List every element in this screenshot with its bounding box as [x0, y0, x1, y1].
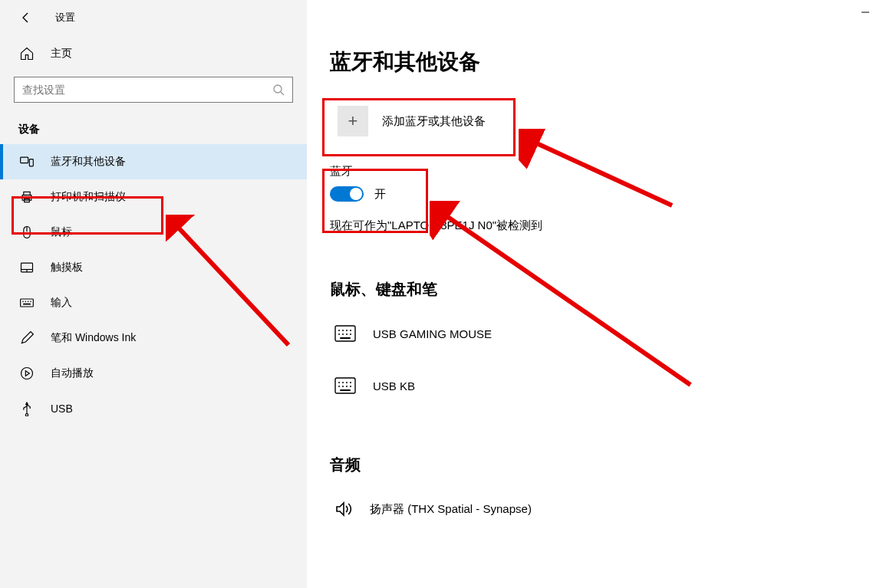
- group-heading-audio: 音频: [330, 455, 883, 475]
- svg-point-0: [274, 85, 282, 93]
- svg-point-33: [342, 382, 344, 383]
- search-input[interactable]: [22, 84, 272, 96]
- sidebar-item-label: 打印机和扫描仪: [51, 190, 126, 204]
- search-icon: [272, 84, 285, 96]
- sidebar-item-label: 鼠标: [51, 225, 72, 239]
- svg-rect-5: [24, 192, 30, 195]
- printer-icon: [18, 189, 35, 205]
- arrow-left-icon: [20, 11, 32, 24]
- svg-rect-4: [22, 195, 31, 201]
- speaker-icon: [334, 500, 353, 518]
- device-name: USB KB: [373, 379, 415, 393]
- svg-line-47: [530, 140, 672, 205]
- device-item[interactable]: 扬声器 (THX Spatial - Synapse): [330, 486, 883, 532]
- sidebar-item-label: 蓝牙和其他设备: [51, 155, 126, 169]
- mouse-icon: [18, 224, 35, 241]
- svg-point-39: [350, 386, 351, 387]
- back-button[interactable]: [18, 10, 34, 25]
- sidebar-item-usb[interactable]: USB: [0, 391, 307, 426]
- sidebar-item-label: 自动播放: [51, 366, 94, 380]
- svg-point-34: [346, 382, 348, 383]
- sidebar-item-bluetooth[interactable]: 蓝牙和其他设备: [0, 144, 307, 179]
- svg-marker-20: [25, 402, 28, 405]
- svg-point-36: [338, 386, 340, 387]
- pen-icon: [18, 330, 35, 347]
- svg-point-27: [342, 333, 344, 335]
- page-title: 蓝牙和其他设备: [330, 48, 883, 77]
- svg-point-25: [350, 330, 351, 331]
- sidebar-home[interactable]: 主页: [0, 35, 307, 72]
- svg-point-38: [346, 386, 348, 387]
- plus-icon: +: [338, 106, 368, 136]
- svg-line-43: [173, 222, 288, 345]
- sidebar-item-label: 输入: [51, 296, 72, 310]
- keyboard-icon: [334, 325, 356, 342]
- home-label: 主页: [51, 47, 72, 61]
- add-device-button[interactable]: + 添加蓝牙或其他设备: [330, 98, 502, 144]
- svg-point-24: [346, 330, 348, 331]
- sidebar-item-label: USB: [51, 402, 73, 415]
- window-minimize-button[interactable]: [848, 0, 883, 25]
- svg-point-29: [350, 333, 351, 335]
- svg-point-23: [342, 330, 344, 331]
- sidebar-section-label: 设备: [0, 103, 307, 144]
- svg-point-37: [342, 386, 344, 387]
- sidebar-item-label: 触摸板: [51, 261, 83, 274]
- app-title: 设置: [55, 11, 75, 25]
- window-controls: [848, 0, 883, 25]
- devices-icon: [18, 153, 35, 170]
- annotation-arrow: [430, 201, 706, 400]
- svg-point-22: [338, 330, 340, 331]
- usb-icon: [18, 400, 35, 417]
- sidebar-item-label: 笔和 Windows Ink: [51, 331, 136, 345]
- svg-line-1: [281, 92, 284, 95]
- svg-line-45: [441, 212, 690, 385]
- svg-marker-19: [25, 371, 29, 376]
- sidebar-item-printers[interactable]: 打印机和扫描仪: [0, 179, 307, 215]
- bluetooth-toggle-label: 开: [374, 187, 386, 202]
- touchpad-icon: [18, 259, 35, 276]
- svg-point-28: [346, 333, 348, 335]
- annotation-arrow: [519, 129, 687, 221]
- svg-point-26: [338, 333, 340, 335]
- keyboard-icon: [334, 377, 356, 394]
- svg-point-35: [350, 382, 351, 383]
- annotation-arrow: [166, 215, 319, 368]
- device-name: 扬声器 (THX Spatial - Synapse): [370, 502, 532, 517]
- svg-point-18: [21, 368, 33, 379]
- add-device-label: 添加蓝牙或其他设备: [382, 114, 486, 129]
- svg-rect-3: [29, 159, 33, 166]
- home-icon: [18, 45, 35, 62]
- search-box[interactable]: [14, 77, 293, 103]
- bluetooth-toggle[interactable]: [330, 186, 364, 202]
- svg-rect-2: [21, 157, 28, 163]
- keyboard-icon: [18, 294, 35, 311]
- svg-point-32: [338, 382, 340, 383]
- minimize-icon: [861, 8, 870, 17]
- svg-rect-12: [21, 299, 34, 307]
- autoplay-icon: [18, 365, 35, 382]
